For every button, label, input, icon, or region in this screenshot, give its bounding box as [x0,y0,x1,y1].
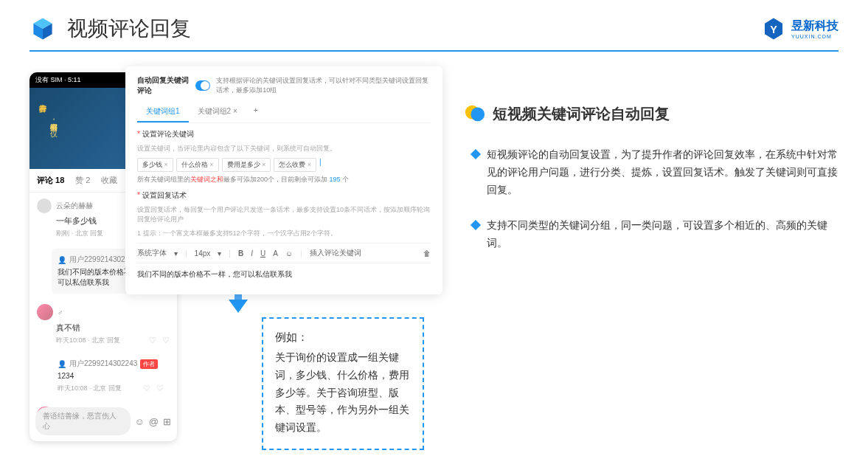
section-keywords-title: 设置评论关键词 [137,129,431,139]
bullet-text: 短视频评论的自动回复设置，为了提升作者的评论回复效率，在系统中针对常见的评论用户… [487,146,839,198]
color-icon[interactable]: A [273,249,278,258]
delete-icon[interactable]: 🗑 [423,249,431,258]
cube-icon [29,15,56,42]
right-panel: 短视频关键词评论自动回复 短视频评论的自动回复设置，为了提升作者的评论回复效率，… [465,66,839,435]
diamond-icon [471,220,481,230]
tag-cursor: | [319,158,322,172]
logo-hex-icon: Y [762,17,785,41]
like-icon[interactable]: ♡ [149,336,156,345]
image-icon[interactable]: ⊞ [163,416,171,427]
add-group-button[interactable]: + [246,102,265,122]
tab-group1[interactable]: 关键词组1 [137,102,189,122]
editor-content[interactable]: 我们不同的版本价格不一样，您可以私信联系我 [137,263,431,286]
editor-toolbar: 系统字体▾ | 14px▾ | B I U A ☺ | 插入评论关键词 🗑 [137,243,431,263]
comment-username: 云朵的赫赫 [56,201,93,211]
example-box: 例如： 关于询价的设置成一组关键词，多少钱、什么价格，费用多少等。关于咨询班型、… [262,317,424,450]
content: 没有 SIM · 5:11 寿的少有苦 信笑心有泪，仅 评论 18 赞 2 收藏… [0,52,868,450]
logo-en: YUUXIN.COM [791,34,839,39]
logo-text: 昱新科技 YUUXIN.COM [791,18,839,39]
avatar-icon: 👤 [58,360,66,368]
keyword-group-tabs: 关键词组1 关键词组2 × + [137,102,431,123]
reply-box: 👤 用户2299214302243 作者 1234 昨天10:08 · 北京 回… [52,356,170,396]
dislike-icon[interactable]: ♡ [162,336,170,345]
svg-point-8 [471,108,485,122]
reply-username: 用户2299214302243 [69,359,137,369]
size-select[interactable]: 14px [195,249,211,258]
section-header: 短视频关键词评论自动回复 [465,103,839,124]
emoji-icon[interactable]: ☺ [285,249,293,258]
diamond-icon [471,149,481,159]
keyword-tag[interactable]: 什么价格 [176,158,219,172]
comment-meta: 昨天10:08 · 北京 回复♡♡ [56,336,170,345]
keyword-tag[interactable]: 怎么收费 [274,158,316,172]
at-icon[interactable]: @ [149,416,159,427]
keyword-tags: 多少钱 什么价格 费用是多少 怎么收费 | [137,158,431,172]
italic-icon[interactable]: I [251,249,253,258]
section-title: 短视频关键词评论自动回复 [493,104,670,124]
auto-reply-toggle[interactable] [195,80,210,91]
tab-comments[interactable]: 评论 18 [37,175,64,186]
tab-favs[interactable]: 收藏 [101,175,117,186]
left-panel: 没有 SIM · 5:11 寿的少有苦 信笑心有泪，仅 评论 18 赞 2 收藏… [29,66,442,435]
bullet-text: 支持不同类型的关键词分组，同一类问题，可设置多个相近的、高频的关键词。 [487,217,839,252]
comment-input[interactable]: 善语结善缘，恶言伤人心 [35,407,131,435]
svg-text:Y: Y [770,24,777,35]
underline-icon[interactable]: U [260,249,265,258]
example-text: 关于询价的设置成一组关键词，多少钱、什么价格，费用多少等。关于咨询班型、版本、型… [275,349,411,437]
config-panel: 自动回复关键词评论 支持根据评论的关键词设置回复话术，可以针对不同类型关键词设置… [125,66,442,294]
keyword-count-hint: 所有关键词组里的关键词之和最多可添加200个，目前剩余可添加 195 个 [137,175,431,184]
logo: Y 昱新科技 YUUXIN.COM [762,17,839,41]
reply-text: 1234 [58,371,164,381]
keyword-tag[interactable]: 费用是多少 [222,158,271,172]
config-title: 自动回复关键词评论 [137,75,190,96]
like-icon[interactable]: ♡ [143,384,150,393]
header: 视频评论回复 Y 昱新科技 YUUXIN.COM [0,0,868,50]
page-title: 视频评论回复 [67,15,191,43]
comment-item: ♂ 真不错 昨天10:08 · 北京 回复♡♡ [29,298,177,351]
tab-group2[interactable]: 关键词组2 × [189,102,246,122]
avatar-icon: 👤 [58,256,66,264]
config-hint: 支持根据评论的关键词设置回复话术，可以针对不同类型关键词设置回复话术，最多添加1… [216,76,431,95]
comment-username: ♂ [58,308,63,317]
section-keywords-desc: 设置关键词，当评论里内容包含了以下关键词，则系统可自动回复。 [137,144,431,153]
bullet-list: 短视频评论的自动回复设置，为了提升作者的评论回复效率，在系统中针对常见的评论用户… [465,146,839,252]
video-caption-2: 信笑心有泪，仅 [48,117,58,125]
section-reply-hint: 1 提示：一个富文本框最多支持512个字符，一个汉字占用2个字符。 [137,229,431,238]
bullet-item: 短视频评论的自动回复设置，为了提升作者的评论回复效率，在系统中针对常见的评论用户… [472,146,839,198]
keyword-tag[interactable]: 多少钱 [137,158,173,172]
comment-input-bar: 善语结善缘，恶言伤人心 ☺ @ ⊞ [35,407,171,435]
insert-keyword-button[interactable]: 插入评论关键词 [310,248,361,258]
emoji-icon[interactable]: ☺ [135,416,145,427]
dislike-icon[interactable]: ♡ [156,384,164,393]
bullet-item: 支持不同类型的关键词分组，同一类问题，可设置多个相近的、高频的关键词。 [472,217,839,252]
chat-icon [465,103,485,124]
section-reply-title: 设置回复话术 [137,190,431,201]
logo-cn: 昱新科技 [791,18,839,34]
comment-text: 真不错 [56,322,170,334]
avatar [37,304,53,320]
bold-icon[interactable]: B [238,249,243,258]
svg-marker-6 [229,300,248,313]
author-badge: 作者 [140,359,158,369]
example-title: 例如： [275,331,411,345]
font-select[interactable]: 系统字体 [137,248,167,258]
section-reply-desc: 设置回复话术，每回复一个用户评论只发送一条话术，最多支持设置10条不同话术，按添… [137,205,431,224]
header-left: 视频评论回复 [29,15,191,43]
avatar [37,198,52,213]
tab-likes[interactable]: 赞 2 [75,175,90,186]
